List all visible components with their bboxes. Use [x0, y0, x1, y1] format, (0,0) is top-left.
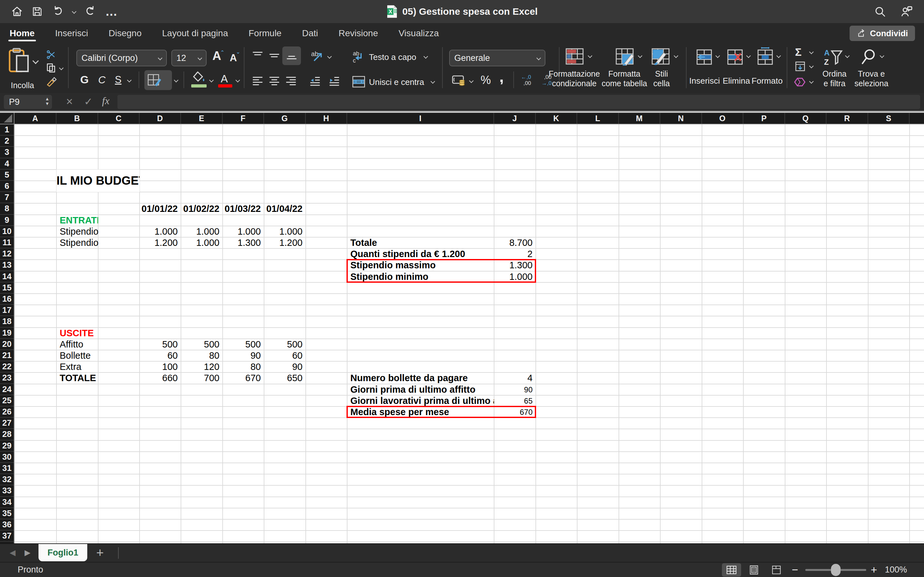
more-icon[interactable]: …: [105, 5, 118, 19]
find-select-chevron-icon[interactable]: [880, 53, 884, 58]
autosum-button[interactable]: Σ: [795, 46, 801, 58]
ribbon-tab-formule[interactable]: Formule: [247, 23, 283, 43]
ribbon-tab-disegno[interactable]: Disegno: [107, 23, 143, 43]
borders-button[interactable]: [144, 70, 172, 90]
cell-G11[interactable]: 1.200: [264, 237, 306, 248]
spreadsheet-grid[interactable]: 1234567891011121314151617181920212223242…: [0, 124, 924, 543]
autosum-chevron-icon[interactable]: [809, 50, 814, 54]
cell-D20[interactable]: 500: [140, 339, 181, 350]
delete-cells-label[interactable]: Elimina: [719, 76, 754, 85]
row-header-7[interactable]: 7: [0, 192, 14, 203]
orientation-button[interactable]: ab: [310, 49, 325, 64]
column-header-N[interactable]: N: [660, 113, 702, 124]
currency-icon[interactable]: [452, 74, 467, 88]
wrap-text-label[interactable]: Testo a capo: [369, 52, 423, 62]
cancel-button[interactable]: ×: [66, 95, 73, 108]
paste-button[interactable]: [8, 48, 31, 75]
align-right-button[interactable]: [285, 75, 297, 87]
wrap-text-icon[interactable]: abc: [352, 50, 366, 65]
cell-I24[interactable]: Giorni prima di ultimo affitto: [347, 384, 494, 395]
zoom-in-button[interactable]: +: [871, 562, 877, 577]
column-header-G[interactable]: G: [264, 113, 306, 124]
paste-chevron-icon[interactable]: [32, 58, 39, 64]
cell-G22[interactable]: 90: [264, 361, 306, 372]
ribbon-tab-inserisci[interactable]: Inserisci: [54, 23, 89, 43]
column-header-H[interactable]: H: [306, 113, 347, 124]
cell-G10[interactable]: 1.000: [264, 226, 306, 237]
ribbon-tab-revisione[interactable]: Revisione: [337, 23, 379, 43]
name-box[interactable]: P9 ▲▼: [4, 95, 52, 109]
spinner-up-icon[interactable]: ▲: [45, 97, 49, 101]
column-header-S[interactable]: S: [868, 113, 909, 124]
add-sheet-button[interactable]: +: [96, 544, 103, 561]
wrap-text-chevron-icon[interactable]: [423, 54, 428, 59]
column-header-B[interactable]: B: [57, 113, 98, 124]
column-header-P[interactable]: P: [743, 113, 785, 124]
column-header-R[interactable]: R: [827, 113, 868, 124]
paste-label[interactable]: Incolla: [0, 81, 45, 90]
clear-chevron-icon[interactable]: [809, 79, 814, 84]
sort-filter-icon[interactable]: AZ: [823, 48, 843, 68]
zoom-out-button[interactable]: −: [792, 562, 798, 577]
cell-F21[interactable]: 90: [223, 350, 264, 361]
ribbon-tab-dati[interactable]: Dati: [300, 23, 319, 43]
row-header-30[interactable]: 30: [0, 452, 14, 463]
sheet-tab-foglio1[interactable]: Foglio1: [39, 544, 87, 561]
sort-filter-label[interactable]: Ordinae filtra: [820, 69, 849, 88]
column-header-O[interactable]: O: [702, 113, 743, 124]
row-header-13[interactable]: 13: [0, 259, 14, 271]
merge-center-label[interactable]: Unisci e centra: [369, 77, 432, 87]
row-header-17[interactable]: 17: [0, 305, 14, 316]
cell-F8[interactable]: 01/03/22: [223, 203, 264, 214]
grow-font-button[interactable]: Aˆ: [212, 49, 223, 63]
cell-D23[interactable]: 660: [140, 372, 181, 384]
cell-B23[interactable]: TOTALE: [57, 372, 98, 384]
underline-chevron-icon[interactable]: [127, 78, 132, 82]
row-header-11[interactable]: 11: [0, 237, 14, 248]
undo-icon[interactable]: [51, 5, 64, 18]
cell-B21[interactable]: Bollette: [57, 350, 98, 361]
column-header-E[interactable]: E: [181, 113, 223, 124]
row-header-22[interactable]: 22: [0, 361, 14, 372]
column-header-D[interactable]: D: [140, 113, 181, 124]
cell-E8[interactable]: 01/02/22: [181, 203, 223, 214]
row-header-33[interactable]: 33: [0, 485, 14, 496]
format-as-table-icon[interactable]: [615, 47, 635, 67]
insert-cells-label[interactable]: Inserisci: [685, 76, 724, 85]
cell-G21[interactable]: 60: [264, 350, 306, 361]
format-as-table-chevron-icon[interactable]: [638, 53, 642, 58]
fill-down-chevron-icon[interactable]: [809, 64, 814, 68]
cell-J11[interactable]: 8.700: [494, 237, 536, 248]
clear-icon[interactable]: [793, 76, 806, 89]
comma-style-button[interactable]: ,: [499, 71, 506, 84]
cell-E20[interactable]: 500: [181, 339, 223, 350]
underline-button[interactable]: S: [115, 74, 121, 85]
format-cells-label[interactable]: Formato: [750, 76, 785, 85]
align-middle-button[interactable]: [268, 50, 280, 63]
column-header-C[interactable]: C: [98, 113, 140, 124]
cell-D22[interactable]: 100: [140, 361, 181, 372]
cell-G20[interactable]: 500: [264, 339, 306, 350]
cell-B10[interactable]: Stipendio 1: [57, 226, 98, 237]
row-header-34[interactable]: 34: [0, 497, 14, 508]
cell-E21[interactable]: 80: [181, 350, 223, 361]
row-header-28[interactable]: 28: [0, 429, 14, 440]
percent-style-button[interactable]: %: [481, 73, 491, 87]
prev-sheet-icon[interactable]: ◀: [10, 548, 15, 557]
cell-D10[interactable]: 1.000: [140, 226, 181, 237]
fill-color-chevron-icon[interactable]: [209, 78, 214, 82]
name-box-spinner[interactable]: ▲▼: [45, 97, 49, 106]
find-select-icon[interactable]: [860, 48, 878, 67]
row-header-2[interactable]: 2: [0, 135, 14, 147]
insert-cells-icon[interactable]: [695, 48, 714, 67]
column-header-I[interactable]: I: [347, 113, 494, 124]
align-bottom-button[interactable]: [282, 47, 301, 65]
home-icon[interactable]: [11, 5, 23, 18]
row-header-27[interactable]: 27: [0, 418, 14, 429]
ribbon-tab-layout-di-pagina[interactable]: Layout di pagina: [161, 23, 229, 43]
spinner-down-icon[interactable]: ▼: [45, 101, 49, 106]
delete-cells-chevron-icon[interactable]: [746, 53, 751, 58]
row-header-25[interactable]: 25: [0, 395, 14, 406]
search-icon[interactable]: [874, 5, 886, 18]
bold-button[interactable]: G: [80, 73, 89, 86]
